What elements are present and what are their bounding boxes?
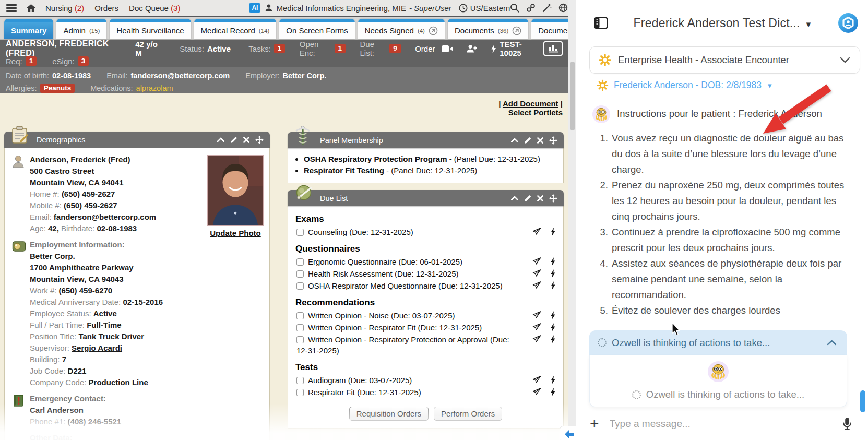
tab-admin[interactable]: Admin(15) (56, 19, 106, 39)
due-item-label[interactable]: Health Risk Assessment (Due: 12-31-2025) (308, 269, 458, 278)
send-order-icon[interactable] (532, 388, 541, 396)
quick-action-icon[interactable] (550, 388, 556, 396)
nav-doc-queue[interactable]: Doc Queue (3) (129, 4, 180, 13)
due-item-checkbox[interactable] (296, 336, 304, 343)
move-icon[interactable] (255, 136, 264, 144)
medication-value[interactable]: alprazolam (136, 84, 173, 92)
due-item-checkbox[interactable] (296, 258, 304, 266)
edit-icon[interactable] (524, 137, 531, 144)
microphone-icon[interactable] (842, 417, 852, 431)
chat-scrollbar-thumb[interactable] (860, 390, 865, 412)
add-document-link[interactable]: Add Document (503, 99, 558, 108)
patient-name[interactable]: ANDERSON, FREDERICK (FRED) (6, 39, 121, 58)
allergy-badge[interactable]: Peanuts (40, 84, 75, 93)
close-icon[interactable] (537, 137, 543, 144)
send-order-icon[interactable] (532, 228, 541, 236)
req-badge[interactable]: 1 (26, 56, 37, 66)
update-photo-link[interactable]: Update Photo (210, 228, 261, 239)
conversation-title[interactable]: Frederick Anderson Test Dict... (634, 16, 800, 30)
wand-icon[interactable] (542, 3, 552, 13)
quick-action-icon[interactable] (550, 335, 556, 343)
due-item-checkbox[interactable] (296, 270, 304, 278)
due-item-checkbox[interactable] (296, 324, 304, 331)
patient-context-row[interactable]: Frederick Anderson - DOB: 2/8/1983 ▾ (597, 79, 868, 91)
quick-action-icon[interactable] (550, 228, 556, 236)
quick-action-icon[interactable] (550, 323, 556, 331)
collapse-icon[interactable] (217, 137, 224, 142)
quick-action-icon[interactable] (550, 281, 556, 290)
patient-context-link[interactable]: Frederick Anderson - DOB: 2/8/1983 (614, 80, 762, 91)
perform-orders-button[interactable]: Perform Orders (434, 407, 502, 421)
open-enc-badge[interactable]: 1 (335, 44, 346, 53)
tab-needs-signed[interactable]: Needs Signed(4) (358, 19, 445, 39)
encounter-id[interactable]: TEST-10025 (500, 40, 537, 57)
video-camera-icon[interactable] (442, 45, 454, 53)
send-order-icon[interactable] (532, 281, 541, 290)
tab-on-screen-forms[interactable]: On Screen Forms (279, 19, 354, 39)
sidebar-toggle-icon[interactable] (594, 17, 608, 29)
demographics-link[interactable]: Sergio Acardi (72, 343, 122, 352)
globe-icon[interactable] (558, 3, 568, 13)
move-icon[interactable] (549, 136, 557, 145)
quick-action-icon[interactable] (550, 376, 556, 384)
due-item-label[interactable]: Written Opinion - Noise (Due: 03-07-2025… (308, 311, 455, 320)
hamburger-menu-icon[interactable] (6, 4, 17, 12)
select-portlets-link[interactable]: Select Portlets (508, 108, 563, 117)
move-icon[interactable] (549, 194, 557, 203)
ai-badge[interactable]: AI (249, 3, 260, 13)
quick-action-icon[interactable] (550, 311, 556, 319)
due-item-checkbox[interactable] (296, 377, 304, 384)
send-order-icon[interactable] (532, 269, 541, 278)
demographics-link[interactable]: Anderson, Frederick (Fred) (30, 155, 130, 164)
esign-badge[interactable]: 3 (78, 56, 89, 66)
tab-medical-record[interactable]: Medical Record(14) (194, 19, 277, 39)
close-icon[interactable] (537, 195, 543, 201)
external-link-icon[interactable] (429, 26, 438, 35)
thinking-banner[interactable]: Ozwell is thinking of actions to take... (589, 330, 847, 355)
tab-health-surveillance[interactable]: Health Surveillance (110, 19, 191, 39)
requisition-orders-button[interactable]: Requisition Orders (349, 407, 429, 421)
due-item-label[interactable]: Audiogram (Due: 03-07-2025) (308, 376, 412, 385)
due-item-label[interactable]: Written Opinion - Respirator Fit (Due: 1… (308, 323, 482, 332)
tab-documents[interactable]: Documents(36) (448, 19, 528, 39)
tasks-badge[interactable]: 1 (274, 44, 286, 53)
chevron-up-icon[interactable] (827, 340, 837, 346)
collapse-icon[interactable] (511, 138, 518, 142)
add-user-icon[interactable] (466, 44, 478, 53)
nav-nursing[interactable]: Nursing (2) (45, 4, 84, 13)
chat-input[interactable] (610, 418, 831, 430)
encounter-selector[interactable]: Enterprise Health - Associate Encounter (589, 46, 860, 74)
chart-icon[interactable] (543, 41, 563, 56)
org-name[interactable]: Medical Informatics Engineering, MIE- Su… (276, 4, 451, 13)
send-order-icon[interactable] (532, 335, 541, 343)
edit-icon[interactable] (524, 195, 531, 202)
due-item-checkbox[interactable] (296, 389, 304, 396)
edit-icon[interactable] (230, 136, 237, 144)
send-order-icon[interactable] (532, 257, 541, 266)
due-item-label[interactable]: Written Opinion - Respiratory Protection… (296, 335, 509, 355)
external-link-icon[interactable] (512, 26, 521, 35)
send-order-icon[interactable] (532, 323, 541, 331)
home-icon[interactable] (26, 4, 36, 13)
due-item-checkbox[interactable] (296, 312, 304, 319)
due-item-label[interactable]: Respirator Fit (Due: 12-31-2025) (308, 388, 421, 397)
link-icon[interactable] (526, 3, 536, 13)
quick-action-icon[interactable] (550, 269, 556, 278)
caret-down-icon[interactable]: ▾ (768, 81, 772, 90)
close-icon[interactable] (243, 137, 249, 143)
timezone-label[interactable]: US/Eastern (470, 4, 510, 13)
send-order-icon[interactable] (532, 311, 541, 319)
due-list-badge[interactable]: 9 (389, 44, 401, 53)
due-item-label[interactable]: Counseling (Due: 12-31-2025) (308, 228, 413, 236)
quick-action-icon[interactable] (550, 257, 556, 266)
due-item-label[interactable]: OSHA Respirator Med Questionnaire (Due: … (308, 281, 503, 290)
search-icon[interactable] (510, 3, 519, 13)
due-item-checkbox[interactable] (296, 282, 304, 290)
scrollbar-thumb[interactable] (570, 62, 575, 130)
ozwell-logo[interactable] (838, 13, 859, 33)
due-item-label[interactable]: Ergonomic Questionnaire (Due: 06-01-2025… (308, 257, 462, 266)
lightning-icon[interactable] (491, 44, 496, 53)
send-order-icon[interactable] (532, 376, 541, 384)
collapse-icon[interactable] (511, 196, 518, 200)
tab-summary[interactable]: Summary (4, 19, 53, 39)
